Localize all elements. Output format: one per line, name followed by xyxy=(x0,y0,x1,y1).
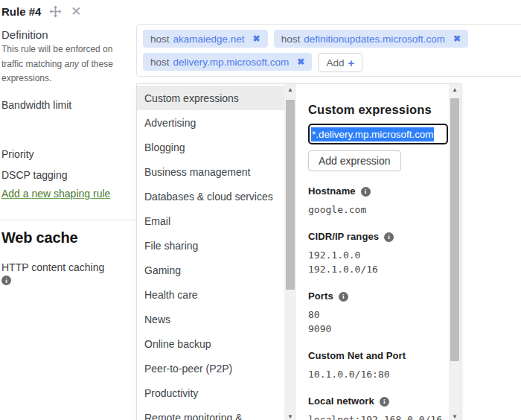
section-info-icon[interactable]: i xyxy=(361,187,371,197)
definition-description: This rule will be enforced on traffic ma… xyxy=(1,42,132,86)
panel-heading: Custom expressions xyxy=(308,102,461,117)
expression-picker-popup: Custom expressionsAdvertisingBloggingBus… xyxy=(136,83,461,420)
chip-prefix: host xyxy=(281,34,301,45)
category-item[interactable]: News xyxy=(137,307,284,331)
expression-input[interactable]: *.delivery.mp.microsoft.com xyxy=(308,124,448,144)
example-value: 192.1.0.0 xyxy=(308,248,461,262)
expression-chip: host delivery.mp.microsoft.com ✖ xyxy=(143,53,312,71)
add-shaping-rule-link[interactable]: Add a new shaping rule xyxy=(1,188,110,200)
chip-value: delivery.mp.microsoft.com xyxy=(173,57,290,68)
category-item[interactable]: Business management xyxy=(137,159,284,184)
expression-help-section: Ports i 809090 xyxy=(308,291,461,336)
web-cache-heading: Web cache xyxy=(1,229,77,246)
chip-close-icon[interactable]: ✖ xyxy=(297,57,304,67)
add-expression-chip-button[interactable]: Add + xyxy=(318,53,362,72)
rule-settings-column: Rule #4 ✕ Definition This rule will be e… xyxy=(0,0,136,420)
section-title: Custom Net and Port xyxy=(308,351,406,361)
example-value: 80 xyxy=(308,308,461,322)
priority-label: Priority xyxy=(1,148,34,160)
scroll-down-arrow-icon[interactable]: ▼ xyxy=(284,411,296,420)
expression-chip: host definitionupdates.microsoft.com ✖ xyxy=(274,30,468,48)
category-list: Custom expressionsAdvertisingBloggingBus… xyxy=(137,84,296,420)
http-content-caching-label: HTTP content caching xyxy=(1,261,104,273)
section-info-icon[interactable]: i xyxy=(380,397,389,407)
example-value: google.com xyxy=(308,203,461,217)
move-rule-icon[interactable] xyxy=(49,5,62,18)
category-item[interactable]: File sharing xyxy=(137,233,284,258)
section-title: Hostname xyxy=(308,186,356,197)
expression-input-selected-text: *.delivery.mp.microsoft.com xyxy=(311,127,434,141)
add-expression-button[interactable]: Add expression xyxy=(308,150,401,171)
section-divider xyxy=(0,220,136,220)
example-value: 9090 xyxy=(308,322,461,336)
category-item[interactable]: Health care xyxy=(137,282,284,307)
category-item[interactable]: Databases & cloud services xyxy=(137,184,284,209)
category-item[interactable]: Blogging xyxy=(137,135,284,159)
expression-help-section: Local network i localnet:192.168.0.0/16 xyxy=(308,396,461,420)
chip-value: definitionupdates.microsoft.com xyxy=(304,34,445,45)
example-value: 10.1.0.0/16:80 xyxy=(308,367,461,381)
http-caching-info-icon[interactable]: i xyxy=(1,276,11,285)
category-list-scrollbar[interactable]: ▲ ▼ xyxy=(284,84,296,420)
category-item[interactable]: Peer-to-peer (P2P) xyxy=(137,356,284,381)
panel-scrollbar[interactable]: ▲ ▼ xyxy=(449,84,461,420)
scroll-up-arrow-icon[interactable]: ▲ xyxy=(284,84,296,95)
expression-chip: host akamaiedge.net ✖ xyxy=(143,30,268,48)
category-item[interactable]: Online backup xyxy=(137,331,284,356)
rule-title: Rule #4 xyxy=(1,5,41,18)
scroll-down-arrow-icon[interactable]: ▼ xyxy=(449,411,461,420)
custom-expressions-panel: Custom expressions *.delivery.mp.microso… xyxy=(296,84,461,420)
plus-icon: + xyxy=(348,57,354,69)
example-value: localnet:192.168.0.0/16 xyxy=(308,413,461,420)
category-item[interactable]: Advertising xyxy=(137,110,284,135)
chip-close-icon[interactable]: ✖ xyxy=(453,34,461,44)
section-info-icon[interactable]: i xyxy=(339,292,348,302)
section-title: Local network xyxy=(308,396,374,407)
delete-rule-icon[interactable]: ✕ xyxy=(71,5,81,18)
category-item[interactable]: Productivity xyxy=(137,381,284,405)
expression-help-section: Hostname i google.com xyxy=(308,186,461,217)
category-item[interactable]: Email xyxy=(137,209,284,233)
category-item[interactable]: Remote monitoring & xyxy=(137,405,284,420)
scroll-up-arrow-icon[interactable]: ▲ xyxy=(449,84,461,95)
chip-close-icon[interactable]: ✖ xyxy=(253,34,260,44)
chip-prefix: host xyxy=(150,57,170,68)
section-title: Ports xyxy=(308,291,333,302)
rule-header: Rule #4 ✕ xyxy=(1,5,82,18)
category-item[interactable]: Custom expressions xyxy=(137,86,284,110)
expression-help-section: CIDR/IP ranges i 192.1.0.0192.1.0.0/16 xyxy=(308,232,461,276)
section-info-icon[interactable]: i xyxy=(384,232,394,242)
category-item[interactable]: Gaming xyxy=(137,258,284,282)
scrollbar-thumb[interactable] xyxy=(450,98,459,361)
definition-label: Definition xyxy=(1,28,48,41)
section-title: CIDR/IP ranges xyxy=(308,232,379,242)
expression-help-section: Custom Net and Port 10.1.0.0/16:80 xyxy=(308,351,461,381)
bandwidth-limit-label: Bandwidth limit xyxy=(1,99,71,111)
dscp-tagging-label: DSCP tagging xyxy=(1,169,67,181)
chip-prefix: host xyxy=(150,34,170,45)
chip-value: akamaiedge.net xyxy=(173,34,245,45)
example-value: 192.1.0.0/16 xyxy=(308,262,461,276)
scrollbar-thumb[interactable] xyxy=(286,100,295,290)
rule-expressions-box: host akamaiedge.net ✖ host definitionupd… xyxy=(136,24,521,77)
